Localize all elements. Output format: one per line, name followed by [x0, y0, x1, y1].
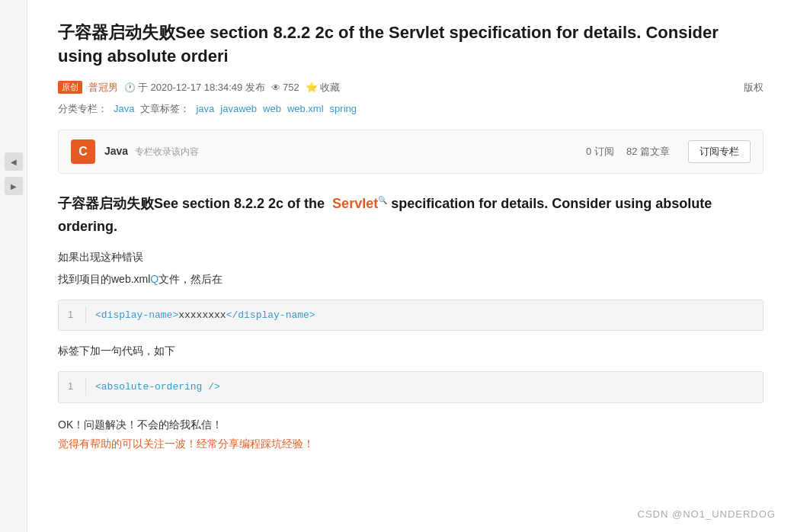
- column-info: Java 专栏收录该内容: [104, 144, 199, 159]
- footer-section: OK！问题解决！不会的给我私信！ 觉得有帮助的可以关注一波！经常分享编程踩坑经验…: [58, 415, 764, 453]
- tag-web[interactable]: web: [263, 103, 281, 114]
- collect-button[interactable]: ⭐ 收藏: [306, 81, 340, 95]
- tag-close: </display-name>: [226, 309, 315, 321]
- code-content-2: <absolute-ordering />: [95, 379, 220, 396]
- line-number-2: 1: [68, 378, 86, 395]
- footer-line2: 觉得有帮助的可以关注一波！经常分享编程踩坑经验！: [58, 434, 764, 453]
- body-line3: 标签下加一句代码，如下: [58, 341, 764, 361]
- category-name[interactable]: Java: [114, 103, 134, 114]
- left-sidebar: ◀ ▶: [0, 0, 27, 532]
- tag-javaweb[interactable]: javaweb: [220, 103, 257, 114]
- subscribe-count: 0 订阅: [586, 145, 614, 159]
- code-line-1: 1 <display-name>xxxxxxxx</display-name>: [59, 300, 763, 330]
- article-title: 子容器启动失败See section 8.2.2 2c of the Servl…: [58, 21, 764, 69]
- publish-time: 🕐 于 2020-12-17 18:34:49 发布: [124, 81, 265, 95]
- tags-bar: 分类专栏： Java 文章标签： java javaweb web web.xm…: [58, 102, 764, 116]
- watermark: CSDN @NO1_UNDERDOG: [638, 508, 776, 520]
- xml-link[interactable]: Q: [150, 273, 158, 285]
- column-bar: C Java 专栏收录该内容 0 订阅 82 篇文章 订阅专栏: [58, 130, 764, 174]
- tag-spring[interactable]: spring: [330, 103, 357, 114]
- footer-line1: OK！问题解决！不会的给我私信！: [58, 415, 764, 434]
- main-content: 子容器启动失败See section 8.2.2 2c of the Servl…: [27, 0, 794, 532]
- sidebar-icon-1[interactable]: ◀: [5, 152, 23, 171]
- code-line-2: 1 <absolute-ordering />: [59, 372, 763, 402]
- tag-webxml[interactable]: web.xml: [287, 103, 324, 114]
- line-number-1: 1: [68, 306, 86, 323]
- page-wrapper: ◀ ▶ 子容器启动失败See section 8.2.2 2c of the S…: [0, 0, 794, 532]
- body-heading: 子容器启动失败See section 8.2.2 2c of the Servl…: [58, 192, 764, 239]
- copyright-link[interactable]: 版权: [744, 81, 764, 95]
- column-subdesc: 专栏收录该内容: [135, 146, 199, 157]
- code-content-1: <display-name>xxxxxxxx</display-name>: [95, 307, 315, 324]
- servlet-link[interactable]: Servlet: [332, 196, 378, 211]
- category-label: 分类专栏：: [58, 102, 107, 116]
- tag-value: xxxxxxxx: [178, 309, 226, 321]
- meta-bar: 原创 普冠男 🕐 于 2020-12-17 18:34:49 发布 👁 752 …: [58, 81, 764, 95]
- star-icon: ⭐: [306, 82, 318, 93]
- column-name[interactable]: Java: [104, 145, 128, 157]
- tag-java[interactable]: java: [196, 103, 214, 114]
- body-line1: 如果出现这种错误: [58, 248, 764, 267]
- eye-icon: 👁: [271, 82, 280, 93]
- subscribe-button[interactable]: 订阅专栏: [688, 140, 751, 163]
- absolute-ordering-tag: <absolute-ordering />: [95, 381, 220, 393]
- views-count: 👁 752: [271, 82, 299, 93]
- article-count: 82 篇文章: [626, 145, 670, 159]
- article-body: 子容器启动失败See section 8.2.2 2c of the Servl…: [58, 192, 764, 453]
- badge-original: 原创: [58, 81, 82, 94]
- code-block-1: 1 <display-name>xxxxxxxx</display-name>: [58, 300, 764, 331]
- code-block-2: 1 <absolute-ordering />: [58, 371, 764, 402]
- sidebar-icon-2[interactable]: ▶: [5, 177, 23, 195]
- tag-open: <display-name>: [95, 309, 178, 321]
- column-icon: C: [71, 139, 95, 164]
- clock-icon: 🕐: [124, 82, 136, 93]
- author-name[interactable]: 普冠男: [88, 81, 118, 95]
- body-line2: 找到项目的web.xmlQ文件，然后在: [58, 270, 764, 289]
- column-stats: 0 订阅 82 篇文章: [586, 145, 670, 159]
- tags-label: 文章标签：: [140, 102, 190, 116]
- search-superscript-icon: 🔍: [378, 196, 387, 204]
